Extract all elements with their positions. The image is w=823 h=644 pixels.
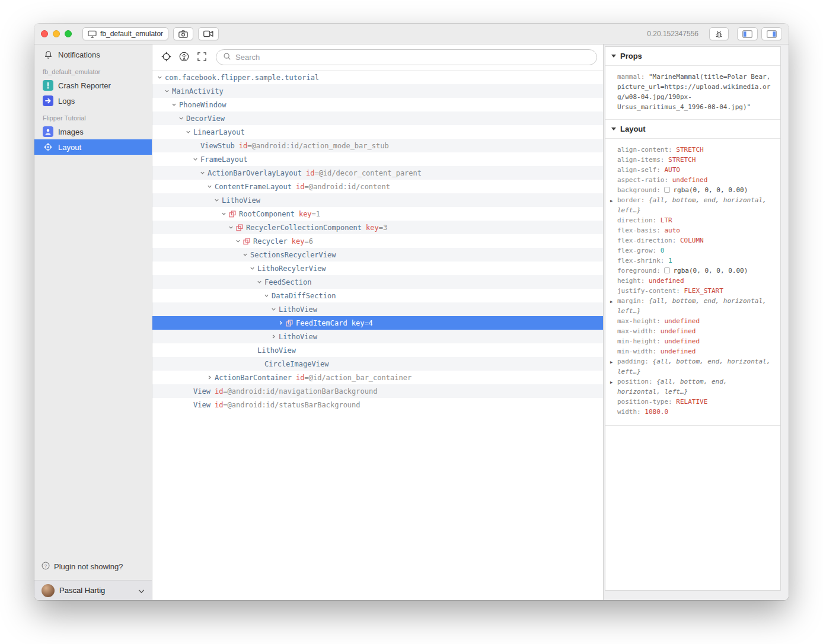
tree-node-DecorView[interactable]: DecorView — [152, 111, 603, 125]
tree-node-LithoView[interactable]: LithoView — [152, 343, 603, 357]
expand-arrow-icon[interactable]: ▶ — [610, 196, 613, 206]
chevron-down-icon[interactable] — [264, 293, 272, 298]
tree-node-com.facebook.flipper.sample.tutorial[interactable]: com.facebook.flipper.sample.tutorial — [152, 71, 603, 84]
tree-node-LithoView[interactable]: LithoView — [152, 193, 603, 207]
sidebar-item-label: Notifications — [58, 50, 100, 59]
plugin-help-link[interactable]: ? Plugin not showing? — [42, 562, 145, 572]
minimize-window-button[interactable] — [53, 30, 60, 37]
tree-node-ContentFrameLayout[interactable]: ContentFrameLayoutid=@android:id/content — [152, 180, 603, 193]
tree-node-attribute: key=4 — [352, 319, 373, 327]
chevron-down-icon[interactable] — [164, 88, 172, 94]
prop-value: 1 — [668, 257, 672, 264]
chevron-down-icon[interactable] — [178, 116, 186, 121]
chevron-down-icon[interactable] — [171, 102, 179, 107]
tree-node-View[interactable]: Viewid=@android:id/navigationBarBackgrou… — [152, 384, 603, 398]
tree-node-LithoView[interactable]: LithoView — [152, 302, 603, 316]
sidebar-item-notifications[interactable]: Notifications — [34, 47, 152, 62]
zoom-window-button[interactable] — [65, 30, 72, 37]
tree-node-CircleImageView[interactable]: CircleImageView — [152, 357, 603, 371]
tree-node-ViewStub[interactable]: ViewStubid=@android:id/action_mode_bar_s… — [152, 139, 603, 152]
layout-prop-row-align-content: align-content: STRETCH — [610, 145, 773, 155]
chevron-down-icon[interactable] — [271, 307, 279, 312]
tree-node-name: RootComponent — [239, 210, 295, 218]
tree-node-PhoneWindow[interactable]: PhoneWindow — [152, 98, 603, 111]
tree-node-RecyclerCollectionComponent[interactable]: RecyclerCollectionComponentkey=3 — [152, 221, 603, 234]
tree-node-LithoRecylerView[interactable]: LithoRecylerView — [152, 262, 603, 275]
layout-section-header[interactable]: Layout — [605, 119, 780, 139]
tree-node-name: DataDiffSection — [272, 292, 336, 300]
chevron-down-icon[interactable] — [257, 279, 264, 285]
sidebar-item-images[interactable]: Images — [34, 124, 152, 139]
toggle-right-sidebar-button[interactable] — [761, 27, 782, 40]
prop-key: align-content: — [617, 146, 676, 154]
layout-prop-row-position[interactable]: ▶position: {all, bottom, end, horizontal… — [610, 377, 773, 397]
tree-node-DataDiffSection[interactable]: DataDiffSection — [152, 289, 603, 302]
layout-section-title: Layout — [620, 125, 646, 133]
layout-prop-row-padding[interactable]: ▶padding: {all, bottom, end, horizontal,… — [610, 356, 773, 377]
tree-node-attribute: id=@android:id/navigationBarBackground — [215, 387, 378, 396]
tree-node-MainActivity[interactable]: MainActivity — [152, 84, 603, 98]
screen-record-button[interactable] — [198, 27, 219, 40]
tree-node-name: com.facebook.flipper.sample.tutorial — [165, 74, 319, 82]
details-panel: Props mammal: "MarineMammal(title=Polar … — [603, 44, 789, 600]
sidebar-item-crash-reporter[interactable]: Crash Reporter — [34, 78, 152, 93]
tree-node-View[interactable]: Viewid=@android:id/statusBarBackground — [152, 398, 603, 412]
expand-all-button[interactable] — [194, 49, 210, 65]
tree-node-name: ContentFrameLayout — [215, 183, 292, 191]
chevron-down-icon[interactable] — [200, 170, 208, 176]
tree-node-RootComponent[interactable]: RootComponentkey=1 — [152, 207, 603, 221]
tree-node-FeedItemCard[interactable]: FeedItemCardkey=4 — [152, 316, 603, 330]
chevron-down-icon[interactable] — [157, 75, 165, 80]
chevron-down-icon[interactable] — [250, 266, 257, 271]
tree-node-FeedSection[interactable]: FeedSection — [152, 275, 603, 289]
tree-node-Recycler[interactable]: Recyclerkey=6 — [152, 234, 603, 248]
attribute-key: key — [366, 224, 379, 232]
tree-node-LithoView[interactable]: LithoView — [152, 330, 603, 343]
props-section-header[interactable]: Props — [605, 47, 780, 66]
color-checkbox[interactable] — [664, 267, 670, 273]
chevron-down-icon[interactable] — [214, 197, 222, 203]
expand-arrow-icon[interactable]: ▶ — [610, 378, 613, 388]
tree-node-SectionsRecyclerView[interactable]: SectionsRecyclerView — [152, 248, 603, 262]
layout-prop-row-margin[interactable]: ▶margin: {all, bottom, end, horizontal, … — [610, 296, 773, 316]
prop-value: auto — [664, 227, 680, 234]
sidebar-item-layout[interactable]: Layout — [34, 139, 152, 155]
sidebar-item-label: Logs — [58, 97, 75, 106]
bug-report-button[interactable] — [709, 27, 729, 40]
images-icon — [43, 126, 53, 137]
expand-arrow-icon[interactable]: ▶ — [610, 358, 613, 368]
layout-prop-row-border[interactable]: ▶border: {all, bottom, end, horizontal, … — [610, 195, 773, 215]
tree-node-ActionBarContainer[interactable]: ActionBarContainerid=@id/action_bar_cont… — [152, 371, 603, 384]
tree-node-name: Recycler — [253, 237, 288, 246]
tree-node-name: DecorView — [186, 114, 225, 123]
target-mode-button[interactable] — [158, 49, 174, 65]
close-window-button[interactable] — [41, 30, 48, 37]
screenshot-button[interactable] — [173, 27, 193, 40]
chevron-down-icon[interactable] — [221, 211, 229, 216]
version-label: 0.20.152347556 — [647, 30, 698, 38]
chevron-down-icon[interactable] — [235, 238, 243, 244]
chevron-right-icon[interactable] — [271, 334, 279, 339]
search-input[interactable] — [235, 53, 590, 62]
tree-node-LinearLayout[interactable]: LinearLayout — [152, 125, 603, 139]
chevron-down-icon[interactable] — [193, 157, 200, 162]
expand-arrow-icon[interactable]: ▶ — [610, 297, 613, 307]
chevron-down-icon[interactable] — [228, 225, 236, 230]
search-box[interactable] — [216, 49, 597, 65]
prop-key: align-items: — [617, 156, 668, 164]
accessibility-mode-button[interactable] — [176, 49, 192, 65]
chevron-right-icon[interactable] — [278, 320, 286, 326]
chevron-down-icon[interactable] — [186, 129, 193, 135]
tree-node-attribute: key=6 — [292, 237, 313, 246]
tree-node-FrameLayout[interactable]: FrameLayout — [152, 152, 603, 166]
device-selector-button[interactable]: fb_default_emulator — [82, 27, 168, 40]
sidebar-item-logs[interactable]: Logs — [34, 93, 152, 109]
tree-node-ActionBarOverlayLayout[interactable]: ActionBarOverlayLayoutid=@id/decor_conte… — [152, 166, 603, 180]
color-checkbox[interactable] — [664, 187, 670, 193]
props-list: mammal: "MarineMammal(title=Polar Bear, … — [605, 66, 780, 119]
chevron-down-icon[interactable] — [207, 184, 215, 189]
toggle-left-sidebar-button[interactable] — [737, 27, 758, 40]
chevron-right-icon[interactable] — [207, 375, 215, 380]
user-menu[interactable]: Pascal Hartig — [34, 580, 152, 600]
chevron-down-icon[interactable] — [243, 252, 250, 257]
